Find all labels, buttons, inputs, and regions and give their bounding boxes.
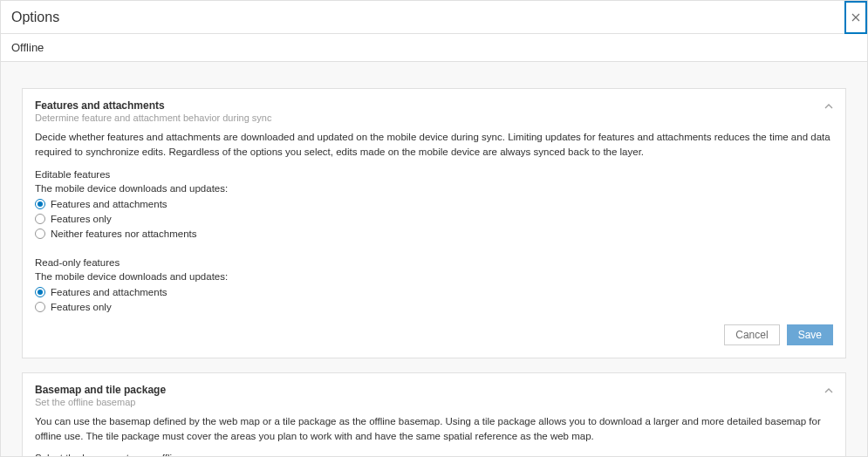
titlebar: Options	[1, 1, 867, 34]
panel-features-actions: Cancel Save	[35, 324, 833, 345]
readonly-features-label: Read-only features	[35, 257, 833, 268]
sub-titlebar: Offline	[1, 34, 867, 62]
radio-label: Features and attachments	[51, 199, 167, 209]
sub-title: Offline	[11, 41, 44, 54]
radio-dot-icon	[35, 287, 45, 297]
editable-features-prompt: The mobile device downloads and updates:	[35, 183, 833, 194]
radio-editable-features-and-attachments[interactable]: Features and attachments	[35, 199, 833, 209]
panel-basemap-subtitle: Set the offline basemap	[35, 397, 833, 407]
radio-label: Features only	[51, 302, 112, 312]
panel-basemap-header: Basemap and tile package Set the offline…	[35, 384, 833, 407]
window-title: Options	[11, 10, 59, 25]
cancel-button[interactable]: Cancel	[724, 324, 779, 345]
radio-editable-features-only[interactable]: Features only	[35, 214, 833, 224]
radio-label: Features only	[51, 214, 112, 224]
radio-readonly-features-and-attachments[interactable]: Features and attachments	[35, 287, 833, 297]
options-window: Options Offline Features and attachments…	[0, 0, 868, 457]
close-button[interactable]	[844, 1, 867, 34]
save-button[interactable]: Save	[787, 324, 833, 345]
panel-features-header: Features and attachments Determine featu…	[35, 99, 833, 123]
readonly-features-prompt: The mobile device downloads and updates:	[35, 271, 833, 282]
radio-dot-icon	[35, 302, 45, 312]
radio-editable-neither[interactable]: Neither features nor attachments	[35, 228, 833, 239]
radio-label: Features and attachments	[51, 287, 167, 297]
chevron-up-icon	[824, 386, 833, 395]
collapse-button-features[interactable]	[824, 101, 833, 113]
content-area[interactable]: Features and attachments Determine featu…	[1, 62, 867, 456]
panel-features-title: Features and attachments	[35, 99, 833, 112]
panel-basemap: Basemap and tile package Set the offline…	[22, 372, 846, 457]
collapse-button-basemap[interactable]	[824, 385, 833, 398]
panel-basemap-title: Basemap and tile package	[35, 384, 833, 396]
panel-features: Features and attachments Determine featu…	[22, 88, 846, 358]
panel-features-description: Decide whether features and attachments …	[35, 130, 833, 160]
panel-basemap-description: You can use the basemap defined by the w…	[35, 414, 833, 445]
editable-features-label: Editable features	[35, 169, 833, 180]
radio-label: Neither features nor attachments	[51, 228, 196, 239]
radio-dot-icon	[35, 214, 45, 224]
close-icon	[851, 13, 860, 22]
basemap-select-label: Select the basemap to use offline	[35, 453, 833, 456]
radio-dot-icon	[35, 228, 45, 239]
chevron-up-icon	[824, 102, 833, 111]
radio-dot-icon	[35, 199, 45, 209]
panel-features-subtitle: Determine feature and attachment behavio…	[35, 113, 833, 123]
radio-readonly-features-only[interactable]: Features only	[35, 302, 833, 312]
